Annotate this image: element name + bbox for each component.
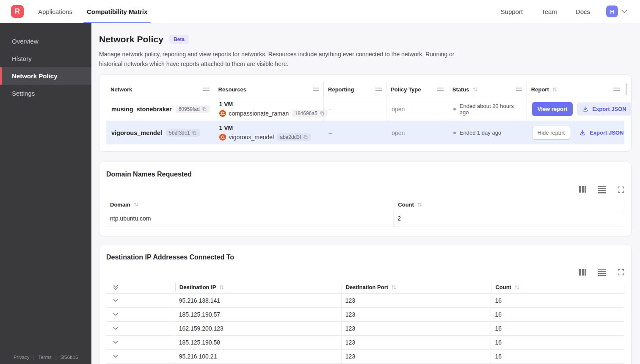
footer-divider: | [55,355,57,360]
column-header-policy-type[interactable]: Policy Type [386,82,448,97]
ubuntu-icon [219,110,226,117]
policy-type-value: open [386,97,448,121]
terms-link[interactable]: Terms [38,355,51,360]
count-value: 16 [491,350,624,363]
network-id-badge[interactable]: 60959fad [176,105,210,113]
copy-icon[interactable] [202,107,207,112]
destination-port-value: 123 [342,322,491,335]
reporting-value: – [324,97,386,121]
network-name: vigorous_mendel [111,130,162,136]
sort-icon[interactable] [133,202,139,207]
columns-view-icon[interactable] [579,269,586,276]
column-header-report[interactable]: Report [527,82,624,97]
column-header-destination-ip[interactable]: Destination IP [175,283,342,292]
sidebar: Overview History Network Policy Settings… [0,23,91,364]
status-text: Ended about 20 hours ago [460,103,521,116]
expand-all-header[interactable] [106,283,175,292]
top-navigation-bar: R Applications Compatibility Matrix Supp… [0,0,640,23]
double-chevron-down-icon[interactable] [113,284,119,290]
column-header-network[interactable]: Network [106,82,214,97]
copy-icon[interactable] [303,135,308,140]
destination-row: 162.159.200.123 123 16 [106,321,624,335]
destination-port-value: 123 [342,350,491,363]
status-dot-icon [453,108,456,110]
column-header-resources[interactable]: Resources [214,82,324,97]
rows-view-icon[interactable] [598,186,606,193]
copy-icon[interactable] [192,130,197,135]
sidebar-nav: Overview History Network Policy Settings [0,23,91,102]
privacy-link[interactable]: Privacy [14,355,30,360]
table-scrollbar[interactable] [626,83,627,95]
policy-type-value: open [386,121,448,144]
column-resize-handle[interactable] [203,88,210,91]
download-icon [582,106,588,112]
row-expander[interactable] [106,308,175,321]
hide-report-button[interactable]: Hide report [532,126,570,140]
sort-icon[interactable] [552,87,557,92]
expand-icon[interactable] [618,269,624,276]
sort-icon[interactable] [417,202,422,207]
page-title: Network Policy [99,34,163,44]
destination-port-value: 123 [342,308,491,321]
column-resize-handle[interactable] [613,88,620,91]
sort-icon[interactable] [391,284,397,290]
column-header-destination-port[interactable]: Destination Port [342,283,491,292]
view-report-button[interactable]: View report [532,102,573,116]
link-support[interactable]: Support [501,8,523,15]
expand-icon[interactable] [618,186,624,193]
rows-view-icon[interactable] [598,269,606,276]
network-name: musing_stonebraker [111,106,172,113]
column-resize-handle[interactable] [437,88,444,91]
export-json-button[interactable]: Export JSON [577,102,631,116]
count-value: 2 [394,211,624,226]
app-logo[interactable]: R [11,5,24,18]
user-menu[interactable]: H [606,6,627,17]
row-expander[interactable] [106,336,175,349]
download-icon [579,130,586,136]
destination-port-value: 123 [342,294,491,307]
column-resize-handle[interactable] [313,88,319,91]
sidebar-item-network-policy[interactable]: Network Policy [0,67,91,85]
sort-icon[interactable] [514,284,520,290]
row-expander[interactable] [106,322,175,335]
count-value: 16 [491,308,624,321]
sort-icon[interactable] [472,87,478,92]
status-dot-icon [453,132,456,134]
tab-compatibility-matrix[interactable]: Compatibility Matrix [87,0,147,23]
row-expander[interactable] [106,294,175,307]
column-resize-handle[interactable] [516,88,522,91]
network-id-badge[interactable]: 5bdf3dc1 [166,129,200,137]
column-header-count[interactable]: Count [394,200,624,209]
resource-id-badge[interactable]: 184696a5 [292,110,327,117]
link-docs[interactable]: Docs [576,8,590,15]
export-json-button[interactable]: Export JSON [574,126,629,139]
column-header-status[interactable]: Status [448,82,527,97]
column-header-count[interactable]: Count [491,283,624,292]
sidebar-item-history[interactable]: History [0,50,91,67]
page-description: Manage network policy, reporting and vie… [99,50,472,69]
destination-ip-value: 95.216.100.21 [175,350,342,363]
row-expander[interactable] [106,350,175,363]
main-content: Network Policy Beta Manage network polic… [91,23,640,364]
networks-table-header: Network Resources Reporting Policy Type [106,82,624,97]
column-header-reporting[interactable]: Reporting [324,82,386,97]
column-header-domain[interactable]: Domain [106,200,394,209]
build-hash: 5f56b15 [61,355,78,360]
network-row: vigorous_mendel 5bdf3dc1 1 VM vigorous_m… [106,121,624,144]
topnav-links: Support Team Docs [501,8,590,15]
link-team[interactable]: Team [541,8,557,15]
columns-view-icon[interactable] [579,186,586,193]
vm-count: 1 VM [219,124,233,131]
resource-id-badge[interactable]: aba2dd3f [277,133,311,141]
page-header: Network Policy Beta [99,34,632,44]
resource-name: compassionate_raman [229,110,289,117]
destination-ip-value: 185.125.190.58 [175,336,342,349]
domains-card-title: Domain Names Requested [106,171,624,178]
tab-applications[interactable]: Applications [38,0,72,23]
column-resize-handle[interactable] [375,88,382,91]
sidebar-item-overview[interactable]: Overview [0,33,91,50]
sort-icon[interactable] [219,284,224,290]
sidebar-item-settings[interactable]: Settings [0,85,91,102]
domains-table: Domain Count ntp.ubuntu.com 2 [106,199,624,226]
domain-row: ntp.ubuntu.com 2 [106,211,624,226]
